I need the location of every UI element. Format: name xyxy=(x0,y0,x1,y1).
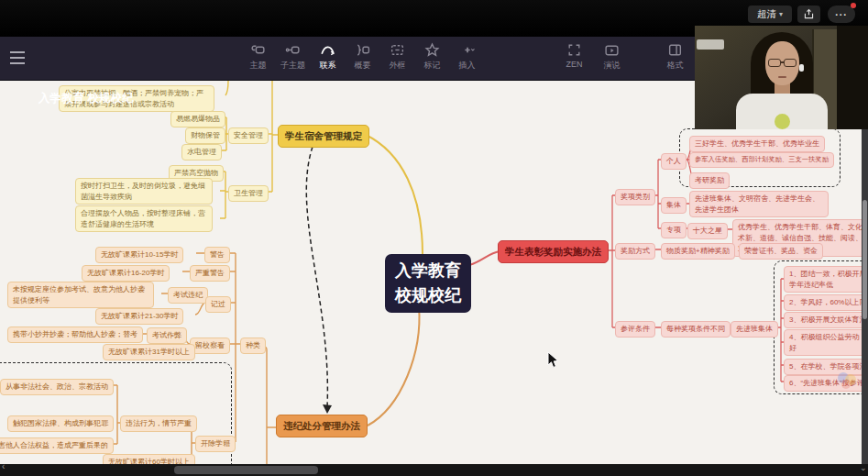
node-advanced-groups[interactable]: 先进班集体、文明宿舍、先进学生会、先进学生团体 xyxy=(689,191,829,217)
app-watermark xyxy=(836,371,860,391)
node-absent-21-30[interactable]: 无故旷课累计21-30学时 xyxy=(95,308,183,325)
toolbar-marker-label: 标记 xyxy=(424,60,441,72)
node-serious-warning[interactable]: 严重警告 xyxy=(190,265,230,282)
relation-dashed-line xyxy=(306,147,332,414)
topic-icon xyxy=(250,42,266,58)
node-absent-16-20[interactable]: 无故旷课累计16-20学时 xyxy=(82,265,170,282)
toolbar-present-button[interactable]: 演说 xyxy=(595,42,629,72)
node-demerit[interactable]: 记过 xyxy=(205,296,231,313)
node-exam-violation-desc[interactable]: 未按规定座位参加考试、故意为他人抄袭提供便利等 xyxy=(7,282,154,308)
node-warning[interactable]: 警告 xyxy=(204,247,230,263)
app-window: 入学教育 校规校纪 学生宿舍管理规定 公寓内严禁抽烟、酗酒；严禁饲养宠物；严禁开… xyxy=(0,0,868,476)
toolbar-insert-label: 插入 xyxy=(459,60,476,72)
node-cleaning[interactable]: 按时打扫卫生，及时的倒垃圾，避免细菌滋生导致疾病 xyxy=(75,178,213,205)
node-absent-10-15[interactable]: 无故旷课累计10-15学时 xyxy=(95,247,183,263)
node-postgrad-award[interactable]: 考研奖励 xyxy=(689,172,730,189)
node-special[interactable]: 专项 xyxy=(661,222,687,238)
toolbar-zen-button[interactable]: ZEN xyxy=(557,42,591,72)
toolbar-insert-button[interactable]: 插入 xyxy=(450,42,484,72)
node-illegal-serious[interactable]: 违法行为，情节严重 xyxy=(120,415,197,432)
node-criteria-different[interactable]: 每种奖项条件不同 xyxy=(661,321,731,338)
node-illegal-social[interactable]: 从事非法社会、政治、宗教活动 xyxy=(0,379,114,395)
node-material-spirit[interactable]: 物质奖励+精神奖励 xyxy=(661,243,735,260)
video-quality-button[interactable]: 超清 ▾ xyxy=(748,6,792,23)
node-safety[interactable]: 安全管理 xyxy=(228,127,269,144)
insert-plus-icon xyxy=(459,42,475,58)
toolbar-topic-label: 主题 xyxy=(250,60,267,72)
subtopic-icon xyxy=(285,42,301,58)
node-harm[interactable]: 侵害他人合法权益，造成严重后果的 xyxy=(0,437,114,454)
node-types[interactable]: 种类 xyxy=(240,338,266,354)
node-award-rules[interactable]: 学生表彰奖励实施办法 xyxy=(498,240,609,263)
toolbar-boundary-label: 外框 xyxy=(390,60,406,72)
format-panel-icon xyxy=(667,42,683,58)
node-cheating[interactable]: 考试作弊 xyxy=(147,327,187,344)
node-property[interactable]: 财物保管 xyxy=(185,127,225,144)
hamburger-menu-icon[interactable] xyxy=(9,50,26,65)
popout-icon xyxy=(803,8,815,20)
node-flammable[interactable]: 易燃易爆物品 xyxy=(170,111,225,127)
toolbar-format-label: 格式 xyxy=(667,60,684,72)
node-utilities[interactable]: 水电管理 xyxy=(181,144,222,161)
toolbar-subtopic-button[interactable]: 子主题 xyxy=(276,42,310,72)
summary-icon xyxy=(355,42,370,58)
glasses-bridge xyxy=(780,61,785,63)
node-personal[interactable]: 个人 xyxy=(661,153,687,170)
toolbar-summary-label: 概要 xyxy=(355,60,371,72)
node-tidy[interactable]: 合理摆放个人物品，按时整理床铺，营造舒适健康的生活环境 xyxy=(75,205,213,232)
boundary-icon xyxy=(390,42,405,58)
node-dorm-rules[interactable]: 学生宿舍管理规定 xyxy=(278,125,369,148)
horizontal-scrollbar-track[interactable] xyxy=(0,464,868,476)
node-award-categories[interactable]: 奖项类别 xyxy=(615,189,655,205)
node-probation[interactable]: 留校察看 xyxy=(190,338,230,354)
glasses-right-lens xyxy=(784,59,797,67)
node-cheating-desc[interactable]: 携带小抄并抄袭；帮助他人抄袭；替考 xyxy=(7,327,143,343)
toolbar-summary-button[interactable]: 概要 xyxy=(346,42,379,72)
chevron-down-icon: ▾ xyxy=(779,10,783,18)
room-dark-corner xyxy=(837,26,868,129)
zen-mode-icon xyxy=(566,42,582,58)
toolbar-topic-button[interactable]: 主题 xyxy=(241,42,275,72)
node-hygiene[interactable]: 卫生管理 xyxy=(228,185,269,202)
node-advanced-class[interactable]: 先进班集体 xyxy=(731,321,778,338)
video-popout-button[interactable] xyxy=(797,6,820,23)
node-crime[interactable]: 触犯国家法律、构成刑事犯罪 xyxy=(7,415,114,432)
toolbar-present-label: 演说 xyxy=(604,60,621,72)
node-criteria-2[interactable]: 2、学风好，60%以上同学 xyxy=(784,294,868,311)
node-ten-stars[interactable]: 十大之星 xyxy=(687,223,728,239)
notification-dot xyxy=(851,3,856,8)
toolbar-format-button[interactable]: 格式 xyxy=(658,42,692,72)
node-discipline-rules[interactable]: 违纪处分管理办法 xyxy=(276,415,368,437)
video-more-button[interactable]: ··· xyxy=(828,6,855,23)
document-title: 入学教育 校规校纪 xyxy=(38,91,133,106)
video-quality-label: 超清 xyxy=(757,8,776,21)
vertical-scrollbar-thumb[interactable] xyxy=(863,200,867,319)
node-criteria-4[interactable]: 4、积极组织公益劳动，较好 xyxy=(784,329,868,356)
node-exam-violation[interactable]: 考试违纪 xyxy=(168,287,208,304)
mouse-cursor xyxy=(547,351,559,369)
scroll-left-chevron-icon[interactable]: ‹ xyxy=(2,461,5,471)
relation-icon xyxy=(320,42,335,58)
marker-star-icon xyxy=(424,42,440,58)
node-certificates[interactable]: 荣誉证书、奖品、资金 xyxy=(739,243,823,260)
node-criteria-1[interactable]: 1、团结一致，积极开展有学年违纪率低 xyxy=(784,266,868,293)
central-topic[interactable]: 入学教育 校规校纪 xyxy=(385,254,471,313)
scroll-down-chevron-icon[interactable]: ⌄ xyxy=(860,463,867,472)
node-absent-31[interactable]: 无故旷课累计31学时以上 xyxy=(103,344,195,360)
node-criteria[interactable]: 参评条件 xyxy=(615,321,655,338)
node-criteria-3[interactable]: 3、积极开展文娱体育活动 xyxy=(784,312,868,328)
yellow-branch-lines xyxy=(216,81,423,254)
node-award-method[interactable]: 奖励方式 xyxy=(615,243,655,260)
node-three-good[interactable]: 三好学生、优秀学生干部、优秀毕业生 xyxy=(689,136,825,152)
glasses xyxy=(768,59,781,67)
ac-unit xyxy=(697,39,724,50)
toolbar-boundary-button[interactable]: 外框 xyxy=(380,42,414,72)
node-expulsion[interactable]: 开除学籍 xyxy=(195,436,236,452)
toolbar-relation-label: 联系 xyxy=(320,60,336,72)
toolbar-relation-button[interactable]: 联系 xyxy=(311,42,345,72)
node-collective[interactable]: 集体 xyxy=(661,197,687,214)
horizontal-scrollbar-thumb[interactable] xyxy=(174,466,318,474)
node-military-awards[interactable]: 参军入伍奖励、西部计划奖励、三支一扶奖励 xyxy=(689,152,834,168)
toolbar-marker-button[interactable]: 标记 xyxy=(415,42,449,72)
present-play-icon xyxy=(604,42,620,58)
